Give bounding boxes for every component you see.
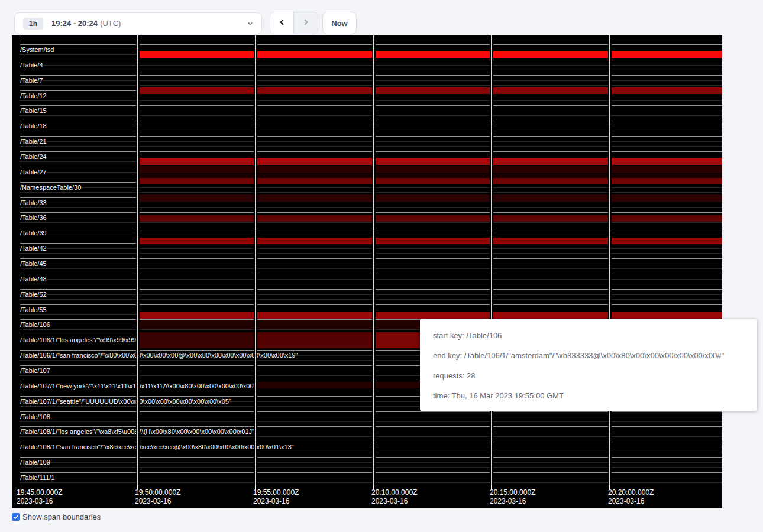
- row-key-label: /Table/7: [20, 77, 43, 84]
- heat-band: [137, 87, 722, 94]
- span-subboundary-line: [20, 157, 722, 157]
- span-subboundary-line: [20, 482, 722, 483]
- span-boundary-line: [20, 121, 722, 121]
- time-range-badge: 1h: [23, 18, 43, 30]
- time-gridline: [254, 35, 257, 486]
- span-subboundary-line: [20, 100, 722, 101]
- show-span-boundaries-label: Show span boundaries: [22, 512, 101, 521]
- heat-band: [137, 51, 722, 58]
- span-boundary-line: [20, 411, 722, 412]
- span-subboundary-line: [20, 452, 722, 452]
- time-range-dropdown[interactable]: 1h 19:24 - 20:24(UTC): [14, 12, 262, 34]
- row-key-label: /Table/27: [20, 168, 47, 176]
- time-range-label: 19:24 - 20:24(UTC): [51, 19, 121, 28]
- row-key-label: /Table/52: [20, 291, 47, 298]
- span-subboundary-line: [20, 310, 722, 310]
- row-key-label: /Table/39: [20, 229, 47, 236]
- row-key-label: /Table/107/1/"seattle"/"UUUUUUD\x00\x80\…: [20, 398, 231, 405]
- span-subboundary-line: [20, 279, 722, 280]
- span-subboundary-line: [20, 141, 722, 142]
- span-subboundary-line: [20, 233, 722, 233]
- span-subboundary-line: [20, 146, 722, 147]
- span-boundary-line: [20, 44, 722, 45]
- row-key-label: /Table/36: [20, 214, 47, 221]
- row-key-label: /System/tsd: [20, 46, 54, 53]
- span-subboundary-line: [20, 299, 722, 300]
- heat-band: [137, 312, 722, 319]
- x-axis-label: 19:55:00.000Z2023-03-16: [253, 488, 299, 506]
- span-subboundary-line: [20, 436, 722, 437]
- heat-band: [255, 332, 373, 348]
- previous-range-button[interactable]: [270, 12, 294, 34]
- span-boundary-line: [20, 41, 722, 41]
- row-key-label: /Table/107: [20, 367, 50, 374]
- heat-band: [137, 332, 255, 348]
- heat-band: [137, 238, 722, 244]
- span-subboundary-line: [20, 65, 722, 66]
- span-subboundary-line: [20, 80, 722, 81]
- span-boundary-line: [20, 472, 722, 473]
- tooltip-end-key: end key: /Table/106/1/"amsterdam"/"\xb33…: [433, 345, 751, 365]
- x-axis-label: 20:15:00.000Z2023-03-16: [490, 488, 535, 506]
- span-subboundary-line: [20, 96, 722, 96]
- span-boundary-line: [20, 258, 722, 259]
- span-subboundary-line: [20, 85, 722, 86]
- span-boundary-line: [20, 60, 722, 60]
- row-key-label: /Table/108/1/"san francisco"/"\x8c\xcc\x…: [20, 443, 294, 450]
- row-key-label: /Table/107/1/"new york"/"\x11\x11\x11\x1…: [20, 382, 280, 390]
- heat-band: [137, 174, 722, 178]
- row-key-label: /NamespaceTable/30: [20, 184, 81, 191]
- span-subboundary-line: [20, 294, 722, 295]
- span-boundary-line: [20, 274, 722, 274]
- time-gridline: [490, 35, 493, 486]
- show-span-boundaries-control: Show span boundaries: [12, 512, 101, 521]
- heat-band: [137, 194, 722, 202]
- now-button[interactable]: Now: [322, 12, 357, 34]
- row-key-label: /Table/45: [20, 260, 47, 267]
- tooltip-start-key: start key: /Table/106: [433, 325, 751, 345]
- span-boundary-line: [20, 212, 722, 213]
- span-subboundary-line: [20, 203, 722, 203]
- heat-band: [137, 166, 722, 173]
- span-subboundary-line: [20, 111, 722, 111]
- row-key-label: /Table/21: [20, 138, 47, 145]
- span-subboundary-line: [20, 421, 722, 422]
- span-subboundary-line: [20, 115, 722, 116]
- span-subboundary-line: [20, 248, 722, 249]
- x-axis-label: 20:20:00.000Z2023-03-16: [608, 488, 654, 506]
- row-key-label: /Table/12: [20, 92, 47, 99]
- span-subboundary-line: [20, 478, 722, 478]
- span-subboundary-line: [20, 417, 722, 417]
- row-key-label: /Table/55: [20, 306, 47, 313]
- time-nav-group: [270, 12, 318, 34]
- time-gridline: [608, 35, 612, 486]
- next-range-button[interactable]: [294, 12, 318, 34]
- span-subboundary-line: [20, 264, 722, 264]
- time-range-timezone: (UTC): [100, 19, 121, 28]
- span-boundary-line: [20, 136, 722, 137]
- heat-band: [137, 178, 722, 184]
- row-key-label: /Table/18: [20, 122, 47, 129]
- span-boundary-line: [20, 289, 722, 290]
- check-icon: [13, 514, 19, 520]
- time-gridline: [372, 35, 376, 486]
- row-key-label: /Table/33: [20, 199, 47, 206]
- heat-band: [137, 215, 722, 222]
- heatmap-canvas[interactable]: /System/tsd/Table/4/Table/7/Table/12/Tab…: [12, 35, 722, 508]
- span-subboundary-line: [20, 131, 722, 131]
- span-boundary-line: [20, 442, 722, 442]
- x-axis-label: 19:45:00.000Z2023-03-16: [17, 488, 62, 506]
- row-key-label: /Table/4: [20, 61, 43, 69]
- show-span-boundaries-checkbox[interactable]: [12, 513, 20, 521]
- span-boundary-line: [20, 304, 722, 305]
- row-key-label: /Table/106: [20, 321, 50, 328]
- row-key-label: /Table/24: [20, 153, 47, 160]
- span-subboundary-line: [20, 187, 722, 188]
- key-visualizer-page: 1h 19:24 - 20:24(UTC) Now /System/tsd/Ta…: [0, 0, 763, 532]
- span-subboundary-line: [20, 207, 722, 208]
- row-key-label: /Table/48: [20, 275, 47, 283]
- span-subboundary-line: [20, 462, 722, 463]
- span-subboundary-line: [20, 467, 722, 468]
- heat-band: [137, 158, 722, 165]
- span-subboundary-line: [20, 284, 722, 284]
